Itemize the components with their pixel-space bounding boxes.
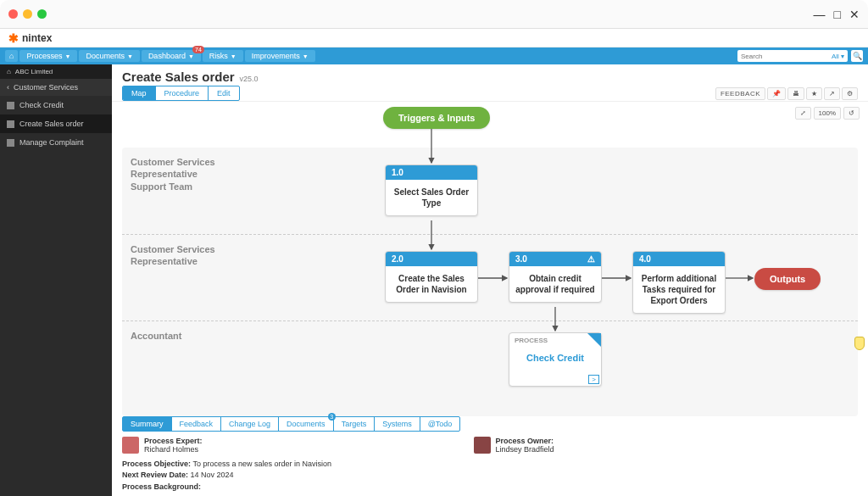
document-icon (7, 120, 14, 128)
objective-text: To process a new sales order in Navision (192, 460, 331, 468)
feedback-button[interactable]: FEEDBACK (715, 87, 765, 100)
sidebar-item-create-sales-order[interactable]: Create Sales order (0, 114, 112, 133)
chevron-down-icon: ▼ (64, 53, 70, 59)
tab-summary[interactable]: Summary (123, 417, 172, 431)
tab-procedure[interactable]: Procedure (156, 86, 209, 100)
chevron-down-icon: ▼ (127, 53, 133, 59)
nav-label: Dashboard (148, 52, 186, 60)
sidebar-item-label: Manage Complaint (19, 138, 84, 147)
subtab-row: Map Procedure Edit FEEDBACK 📌 🖶 ★ ↗ ⚙ (112, 86, 868, 102)
process-expert: Process Expert: Richard Holmes (122, 437, 203, 454)
owner-label: Process Owner: (496, 437, 554, 445)
nav-home[interactable]: ⌂ (5, 50, 18, 62)
tab-documents[interactable]: Documents3 (279, 417, 334, 431)
node-number: 4.0 (639, 254, 651, 264)
process-canvas[interactable]: ⤢ 100% ↺ Triggers & Inputs Customer Serv… (112, 102, 868, 416)
lane-label: Customer Services Representative Support… (122, 148, 225, 234)
node-text: Obtain credit approval if required (509, 266, 601, 302)
node-create-sales-order-navision[interactable]: 2.0 Create the Sales Order in Navision (385, 251, 478, 303)
lightbulb-icon[interactable] (854, 337, 865, 350)
main-content: Create Sales order v25.0 Map Procedure E… (112, 64, 868, 496)
sidebar-item-label: Check Credit (19, 101, 64, 109)
summary-section: Process Expert: Richard Holmes Process O… (112, 432, 868, 459)
nav-label: Improvements (252, 52, 300, 60)
page-title: Create Sales order (122, 70, 235, 84)
nav-documents[interactable]: Documents▼ (79, 50, 139, 62)
minimize-traffic-light[interactable] (23, 9, 32, 19)
search-input[interactable] (741, 53, 832, 60)
tab-map[interactable]: Map (123, 86, 156, 100)
pin-button[interactable]: 📌 (767, 87, 786, 100)
tab-change-log[interactable]: Change Log (221, 417, 279, 431)
avatar (122, 437, 139, 454)
brand-bar: nintex (0, 29, 868, 47)
tab-systems[interactable]: Systems (375, 417, 420, 431)
process-owner: Process Owner: Lindsey Bradfield (474, 437, 554, 454)
home-icon: ⌂ (7, 68, 11, 75)
chevron-left-icon: ‹ (7, 83, 9, 92)
chevron-down-icon: ▼ (303, 53, 309, 59)
zoom-fit-button[interactable]: ⤢ (795, 107, 811, 120)
tab-edit[interactable]: Edit (209, 86, 239, 100)
minimize-icon[interactable]: — (814, 8, 826, 21)
header-tools: FEEDBACK 📌 🖶 ★ ↗ ⚙ (715, 87, 858, 100)
settings-button[interactable]: ⚙ (842, 87, 858, 100)
search-box[interactable]: All ▾ (737, 50, 848, 62)
node-obtain-credit-approval[interactable]: 3.0⚠ Obtain credit approval if required (509, 251, 602, 303)
maximize-icon[interactable]: □ (834, 8, 841, 21)
process-meta: Process Objective: To process a new sale… (112, 459, 868, 497)
expert-name: Richard Holmes (144, 445, 203, 454)
lane-label: Accountant (122, 321, 225, 402)
close-icon[interactable]: ✕ (849, 8, 860, 21)
org-selector[interactable]: ⌂ABC Limited (0, 64, 112, 79)
nav-risks[interactable]: Risks▼ (203, 50, 243, 62)
owner-name: Lindsey Bradfield (496, 445, 554, 454)
document-icon (7, 102, 14, 109)
subprocess-check-credit[interactable]: PROCESS Check Credit > (509, 332, 602, 387)
node-text: Perform additional Tasks required for Ex… (633, 266, 725, 313)
nav-processes[interactable]: Processes▼ (19, 50, 77, 62)
search-icon: 🔍 (853, 52, 862, 60)
sidebar-item-check-credit[interactable]: Check Credit (0, 96, 112, 114)
node-select-sales-order-type[interactable]: 1.0 Select Sales Order Type (385, 164, 478, 216)
chevron-down-icon: ▼ (231, 53, 236, 59)
search-button[interactable]: 🔍 (851, 50, 863, 62)
dashboard-badge: 74 (192, 46, 204, 53)
swimlanes: Customer Services Representative Support… (122, 148, 858, 416)
share-button[interactable]: ↗ (824, 87, 840, 100)
zoom-traffic-light[interactable] (37, 9, 47, 19)
page-version: v25.0 (240, 75, 259, 83)
page-header: Create Sales order v25.0 (112, 64, 868, 86)
print-button[interactable]: 🖶 (787, 87, 804, 100)
org-name: ABC Limited (15, 68, 53, 75)
nav-dashboard[interactable]: Dashboard▼ (142, 50, 201, 62)
favorite-button[interactable]: ★ (806, 87, 822, 100)
chevron-down-icon: ▼ (188, 53, 194, 59)
tab-todo[interactable]: @Todo (420, 417, 460, 431)
warning-icon: ⚠ (587, 254, 595, 264)
top-nav: ⌂ Processes▼ Documents▼ Dashboard▼ 74 Ri… (0, 47, 868, 64)
close-traffic-light[interactable] (8, 9, 18, 19)
tab-targets[interactable]: Targets (334, 417, 376, 431)
lane-label: Customer Services Representative (122, 235, 225, 320)
nav-label: Risks (209, 52, 228, 60)
nav-improvements[interactable]: Improvements▼ (245, 50, 315, 62)
review-date: 14 Nov 2024 (191, 471, 234, 479)
zoom-level[interactable]: 100% (814, 107, 841, 120)
nav-label: Documents (86, 52, 125, 60)
zoom-reset-button[interactable]: ↺ (843, 107, 860, 120)
subprocess-link-icon[interactable]: > (588, 375, 599, 384)
document-icon (7, 139, 14, 147)
lane-support-team: Customer Services Representative Support… (122, 148, 858, 234)
sidebar-back[interactable]: ‹Customer Services (0, 79, 112, 96)
sidebar-item-manage-complaint[interactable]: Manage Complaint (0, 133, 112, 152)
search-scope[interactable]: All ▾ (832, 53, 844, 60)
tab-feedback[interactable]: Feedback (172, 417, 222, 431)
triggers-inputs-node[interactable]: Triggers & Inputs (383, 107, 490, 129)
outputs-node[interactable]: Outputs (754, 268, 821, 290)
traffic-lights (8, 9, 47, 19)
zoom-controls: ⤢ 100% ↺ (795, 107, 860, 120)
sidebar: ⌂ABC Limited ‹Customer Services Check Cr… (0, 64, 112, 496)
window-chrome: — □ ✕ (0, 0, 868, 29)
node-perform-additional-tasks[interactable]: 4.0 Perform additional Tasks required fo… (632, 251, 726, 314)
